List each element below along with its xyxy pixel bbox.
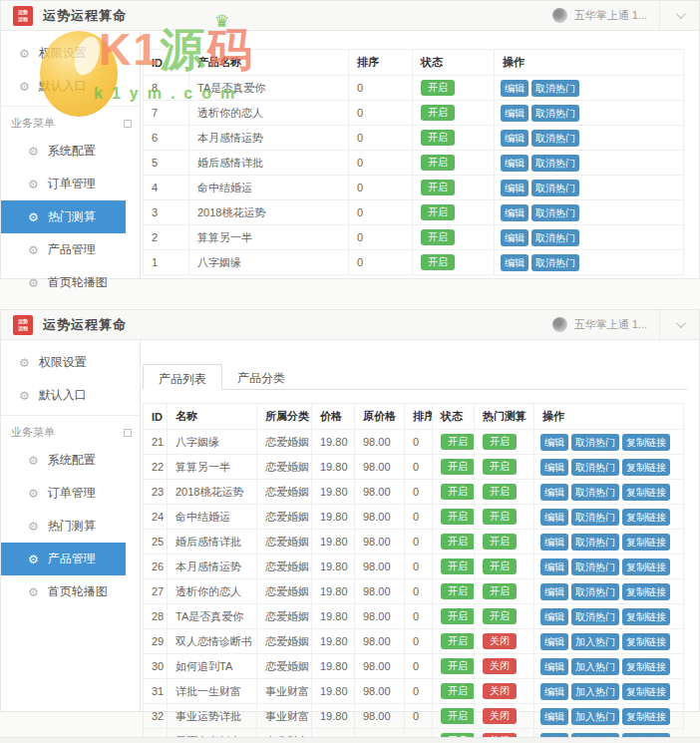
sidebar-item[interactable]: ⚙︎首页轮播图: [1, 266, 126, 299]
status-badge[interactable]: 开启: [421, 229, 455, 245]
status-badge[interactable]: 开启: [441, 459, 475, 475]
username[interactable]: 五华掌上通 1...: [574, 317, 647, 332]
action-button[interactable]: 复制链接: [622, 633, 670, 650]
action-button[interactable]: 编辑: [501, 180, 528, 196]
action-button[interactable]: 编辑: [501, 105, 528, 122]
action-button[interactable]: 加入热门: [571, 683, 619, 700]
status-badge[interactable]: 关闭: [483, 683, 517, 699]
status-badge[interactable]: 开启: [441, 708, 475, 724]
status-badge[interactable]: 关闭: [483, 633, 517, 649]
sidebar-item[interactable]: ⚙︎默认入口: [1, 379, 140, 412]
action-button[interactable]: 复制链接: [622, 683, 670, 700]
action-button[interactable]: 编辑: [540, 434, 568, 451]
action-button[interactable]: 编辑: [501, 254, 528, 271]
action-button[interactable]: 取消热门: [571, 509, 619, 526]
action-button[interactable]: 编辑: [540, 708, 568, 725]
action-button[interactable]: 编辑: [540, 534, 568, 551]
status-badge[interactable]: 开启: [421, 130, 455, 146]
sidebar-item[interactable]: ⚙︎默认入口: [1, 70, 140, 103]
action-button[interactable]: 编辑: [540, 558, 568, 575]
sidebar-item[interactable]: ⚙︎订单管理: [1, 168, 126, 200]
action-button[interactable]: 复制链接: [622, 484, 670, 501]
status-badge[interactable]: 开启: [441, 534, 475, 550]
action-button[interactable]: 复制链接: [622, 658, 670, 675]
action-button[interactable]: 取消热门: [531, 180, 579, 196]
action-button[interactable]: 编辑: [540, 459, 568, 476]
action-button[interactable]: 编辑: [540, 608, 568, 625]
action-button[interactable]: 取消热门: [571, 459, 619, 476]
status-badge[interactable]: 开启: [483, 608, 517, 624]
action-button[interactable]: 取消热门: [571, 534, 619, 551]
sidebar-item[interactable]: ⚙︎首页轮播图: [1, 575, 126, 608]
sidebar-item[interactable]: ⚙︎订单管理: [1, 477, 126, 510]
action-button[interactable]: 取消热门: [531, 105, 579, 122]
action-button[interactable]: 取消热门: [531, 229, 579, 246]
sidebar-item[interactable]: ⚙︎权限设置: [1, 37, 140, 70]
status-badge[interactable]: 开启: [483, 434, 517, 450]
status-badge[interactable]: 开启: [483, 484, 517, 500]
status-badge[interactable]: 关闭: [483, 708, 517, 724]
status-badge[interactable]: 开启: [421, 155, 455, 171]
action-button[interactable]: 复制链接: [622, 509, 670, 526]
sidebar-item[interactable]: ⚙︎产品管理: [1, 543, 126, 575]
status-badge[interactable]: 开启: [421, 105, 455, 121]
status-badge[interactable]: 开启: [483, 459, 517, 475]
action-button[interactable]: 加入热门: [571, 708, 619, 725]
user-menu-toggle[interactable]: [659, 310, 689, 339]
status-badge[interactable]: 开启: [421, 180, 455, 195]
action-button[interactable]: 复制链接: [622, 434, 670, 451]
status-badge[interactable]: 开启: [441, 558, 475, 574]
username[interactable]: 五华掌上通 1...: [574, 8, 647, 23]
status-badge[interactable]: 开启: [421, 254, 455, 270]
status-badge[interactable]: 关闭: [483, 658, 517, 674]
collapse-icon[interactable]: [124, 429, 132, 437]
action-button[interactable]: 编辑: [540, 484, 568, 501]
sidebar-item[interactable]: ⚙︎热门测算: [1, 510, 126, 543]
avatar[interactable]: [552, 317, 567, 332]
status-badge[interactable]: 开启: [441, 583, 475, 599]
status-badge[interactable]: 开启: [441, 608, 475, 624]
action-button[interactable]: 编辑: [540, 683, 568, 700]
status-badge[interactable]: 开启: [483, 558, 517, 574]
tab-product-categories[interactable]: 产品分类: [222, 364, 300, 390]
action-button[interactable]: 编辑: [501, 80, 528, 97]
action-button[interactable]: 编辑: [540, 509, 568, 526]
action-button[interactable]: 编辑: [540, 633, 568, 650]
sidebar-item[interactable]: ⚙︎权限设置: [1, 346, 140, 379]
action-button[interactable]: 编辑: [540, 583, 568, 600]
status-badge[interactable]: 开启: [441, 683, 475, 699]
avatar[interactable]: [552, 8, 567, 23]
action-button[interactable]: 复制链接: [622, 534, 670, 551]
action-button[interactable]: 加入热门: [571, 658, 619, 675]
status-badge[interactable]: 开启: [421, 204, 455, 220]
action-button[interactable]: 复制链接: [622, 558, 670, 575]
status-badge[interactable]: 开启: [483, 509, 517, 525]
action-button[interactable]: 取消热门: [571, 558, 619, 575]
user-menu-toggle[interactable]: [659, 1, 689, 30]
action-button[interactable]: 编辑: [501, 130, 528, 147]
action-button[interactable]: 取消热门: [531, 130, 579, 147]
action-button[interactable]: 编辑: [501, 204, 528, 221]
status-badge[interactable]: 开启: [441, 658, 475, 674]
sidebar-item[interactable]: ⚙︎系统配置: [1, 135, 126, 168]
action-button[interactable]: 取消热门: [531, 80, 579, 97]
action-button[interactable]: 取消热门: [571, 583, 619, 600]
status-badge[interactable]: 开启: [421, 80, 455, 96]
status-badge[interactable]: 开启: [441, 434, 475, 450]
action-button[interactable]: 取消热门: [571, 434, 619, 451]
action-button[interactable]: 复制链接: [622, 608, 670, 625]
action-button[interactable]: 复制链接: [622, 708, 670, 725]
status-badge[interactable]: 开启: [483, 534, 517, 550]
sidebar-item[interactable]: ⚙︎产品管理: [1, 233, 126, 266]
action-button[interactable]: 编辑: [540, 658, 568, 675]
status-badge[interactable]: 开启: [483, 583, 517, 599]
status-badge[interactable]: 开启: [441, 509, 475, 525]
collapse-icon[interactable]: [124, 120, 132, 128]
action-button[interactable]: 取消热门: [531, 155, 579, 172]
action-button[interactable]: 取消热门: [531, 254, 579, 271]
action-button[interactable]: 复制链接: [622, 583, 670, 600]
status-badge[interactable]: 开启: [441, 484, 475, 500]
action-button[interactable]: 编辑: [501, 229, 528, 246]
action-button[interactable]: 复制链接: [622, 459, 670, 476]
sidebar-item[interactable]: ⚙︎系统配置: [1, 444, 126, 477]
